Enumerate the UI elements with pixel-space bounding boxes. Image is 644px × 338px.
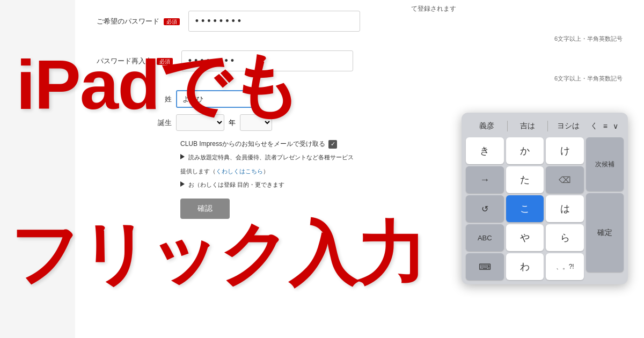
name-row: 姓 xyxy=(97,90,623,108)
key-ko[interactable]: こ xyxy=(506,195,544,222)
required-badge: 必須 xyxy=(164,18,180,25)
chevron-left-btn[interactable]: く xyxy=(588,120,600,132)
chevron-area: く ≡ ∨ xyxy=(588,120,620,132)
key-undo[interactable]: ↺ xyxy=(466,195,504,222)
password-label: ご希望のパスワード 必須 xyxy=(97,17,180,26)
play-icon-1 xyxy=(180,154,185,159)
club-notice-text: CLUB Impressからのお知らせをメールで受け取る xyxy=(180,139,325,149)
required-badge-2: 必須 xyxy=(157,58,173,65)
suggestion-divider-2 xyxy=(547,121,548,131)
right-keys: 次候補 確定 xyxy=(586,137,624,280)
suggestion-1[interactable]: 義彦 xyxy=(469,119,505,133)
small-text-3-content: お（わしくは登録 目的・更できます xyxy=(188,181,284,188)
password-label-text: ご希望のパスワード xyxy=(97,17,159,25)
key-ka[interactable]: か xyxy=(506,137,544,164)
key-keyboard[interactable]: ⌨ xyxy=(466,253,504,280)
password-confirm-label: パスワード再入力 必須 xyxy=(97,56,173,66)
key-ha[interactable]: は xyxy=(546,195,584,222)
password-input[interactable] xyxy=(188,11,360,32)
confirm-button[interactable]: 確認 xyxy=(180,199,230,219)
key-ta[interactable]: た xyxy=(506,166,544,193)
password-confirm-label-text: パスワード再入力 xyxy=(97,57,152,65)
japanese-keyboard: 義彦 吉は ヨシは く ≡ ∨ き か け → た ⌫ ↺ こ は xyxy=(462,113,628,284)
suggestion-bar: 義彦 吉は ヨシは く ≡ ∨ xyxy=(466,117,624,135)
club-notice-checkbox[interactable]: ✓ xyxy=(328,140,337,149)
password-row: ご希望のパスワード 必須 xyxy=(97,11,623,32)
flick-pad: き か け → た ⌫ ↺ こ は ABC や ら ⌨ わ 、。?! xyxy=(466,137,584,280)
key-abc[interactable]: ABC xyxy=(466,224,504,251)
detail-link-1[interactable]: くわしくはこちら xyxy=(216,168,263,174)
key-delete[interactable]: ⌫ xyxy=(546,166,584,193)
key-rows: き か け → た ⌫ ↺ こ は ABC や ら ⌨ わ 、。?! 次候補 確 xyxy=(466,137,624,280)
password-hint: 6文字以上・半角英数記号 xyxy=(180,35,623,43)
key-ke[interactable]: け xyxy=(546,137,584,164)
key-wa[interactable]: わ xyxy=(506,253,544,280)
password-confirm-hint: 6文字以上・半角英数記号 xyxy=(180,75,623,83)
password-confirm-row: パスワード再入力 必須 xyxy=(97,50,623,71)
name-input[interactable] xyxy=(176,90,257,108)
key-ki[interactable]: き xyxy=(466,137,504,164)
next-candidate-btn[interactable]: 次候補 xyxy=(586,137,624,191)
key-ra[interactable]: ら xyxy=(546,224,584,251)
birthday-separator: 年 xyxy=(229,118,236,128)
password-confirm-input[interactable] xyxy=(181,50,353,71)
delete-icon: ⌫ xyxy=(559,175,571,185)
chevron-expand-btn[interactable]: ≡ xyxy=(601,121,610,131)
top-hint: て登録されます xyxy=(411,4,456,13)
key-ya[interactable]: や xyxy=(506,224,544,251)
suggestion-2[interactable]: 吉は xyxy=(510,119,546,133)
confirm-key[interactable]: 確定 xyxy=(586,193,624,272)
suggestion-divider-1 xyxy=(507,121,508,131)
small-text-2-content: 提供します（くわしくはこちら） xyxy=(180,168,269,174)
key-punct[interactable]: 、。?! xyxy=(546,253,584,280)
suggestion-3[interactable]: ヨシは xyxy=(550,119,586,133)
birthday-year-select[interactable] xyxy=(176,114,224,131)
name-label: 姓 xyxy=(97,94,172,104)
chevron-down-btn[interactable]: ∨ xyxy=(611,121,620,131)
birthday-label: 誕生 xyxy=(97,118,172,128)
small-text-1-content: 読み放題定特典、会員優待、読者プレゼントなど各種サービス xyxy=(188,154,354,160)
play-icon-2 xyxy=(180,181,185,187)
birthday-month-select[interactable] xyxy=(240,114,272,131)
key-arrow[interactable]: → xyxy=(466,166,504,193)
